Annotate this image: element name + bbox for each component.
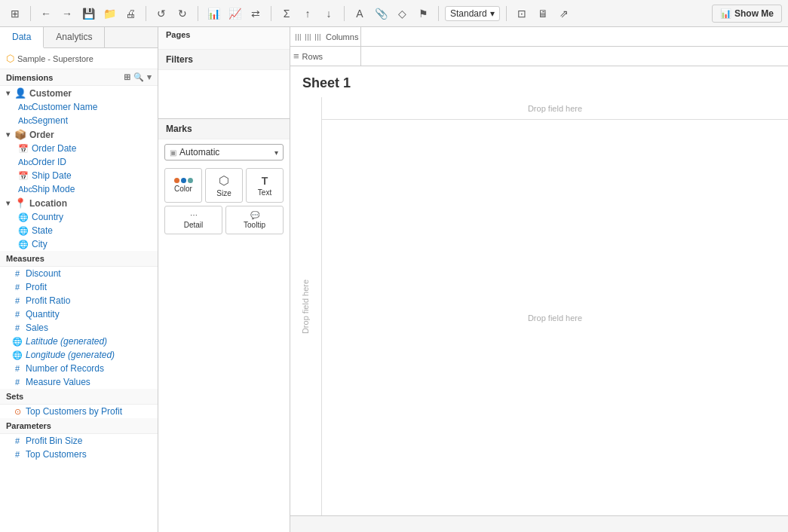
device-icon[interactable]: 🖥 <box>534 5 552 23</box>
undo-icon[interactable]: ↺ <box>152 5 170 23</box>
redo-icon[interactable]: ↻ <box>173 5 192 23</box>
filters-body[interactable] <box>158 70 290 115</box>
hash-icon-records: # <box>12 364 23 373</box>
measure-quantity[interactable]: # Quantity <box>0 307 158 321</box>
hash-icon-measure-values: # <box>12 378 23 387</box>
measure-number-of-records[interactable]: # Number of Records <box>0 362 158 375</box>
ship-mode-label: Ship Mode <box>32 184 75 194</box>
print-icon[interactable]: 🖨 <box>121 5 140 23</box>
dim-ship-mode[interactable]: Abc Ship Mode <box>0 182 158 196</box>
top-customers-param-label: Top Customers <box>26 449 87 460</box>
marks-text-button[interactable]: T Text <box>246 168 284 203</box>
dim-order-date[interactable]: 📅 Order Date <box>0 142 158 155</box>
status-bar <box>290 515 788 532</box>
grid-icon[interactable]: ⊞ <box>124 72 130 82</box>
forward-icon[interactable]: → <box>58 5 76 23</box>
set-top-customers[interactable]: ⊙ Top Customers by Profit <box>0 405 158 418</box>
separator3 <box>198 6 198 21</box>
drop-left-zone[interactable]: Drop field here <box>290 97 322 515</box>
measure-discount[interactable]: # Discount <box>0 267 158 280</box>
columns-icon: ⫼⫼⫼ <box>293 31 323 42</box>
mark-icon[interactable]: ◇ <box>393 5 411 23</box>
marks-grid: Color ⬡ Size T Text <box>158 165 290 206</box>
dim-ship-date[interactable]: 📅 Ship Date <box>0 169 158 182</box>
dim-segment[interactable]: Abc Segment <box>0 114 158 127</box>
globe-icon-lat: 🌐 <box>12 337 23 347</box>
marks-tooltip-button[interactable]: 💬 Tooltip <box>225 206 284 234</box>
dim-order-id[interactable]: Abc Order ID <box>0 155 158 169</box>
sum-icon[interactable]: Σ <box>277 5 296 23</box>
location-group[interactable]: ▾ 📍 Location <box>0 196 158 210</box>
tab-analytics[interactable]: Analytics <box>44 27 105 47</box>
order-group-label: Order <box>29 130 54 140</box>
param-profit-bin-size[interactable]: # Profit Bin Size <box>0 434 158 448</box>
bar-chart-icon[interactable]: 📈 <box>225 5 244 23</box>
show-me-button[interactable]: 📊 Show Me <box>712 5 782 23</box>
measure-measure-values[interactable]: # Measure Values <box>0 375 158 389</box>
date-icon-order: 📅 <box>18 144 29 154</box>
profit-ratio-label: Profit Ratio <box>26 295 70 306</box>
set-icon-top-customers: ⊙ <box>12 407 23 417</box>
annotation-icon[interactable]: 📎 <box>372 5 390 23</box>
customer-group-label: Customer <box>29 88 72 99</box>
abc-icon-customer-name: Abc <box>18 102 29 112</box>
dim-customer-name[interactable]: Abc Customer Name <box>0 100 158 114</box>
parameters-label: Parameters <box>6 421 51 430</box>
left-panel-scroll[interactable]: Dimensions ⊞ 🔍 ▾ ▾ 👤 Customer Abc Custom… <box>0 69 158 532</box>
dim-city[interactable]: 🌐 City <box>0 237 158 251</box>
measure-profit[interactable]: # Profit <box>0 280 158 294</box>
save-icon[interactable]: 💾 <box>79 5 97 23</box>
measure-latitude[interactable]: 🌐 Latitude (generated) <box>0 335 158 348</box>
separator4 <box>271 6 271 21</box>
menu-icon[interactable]: ⊞ <box>6 5 24 23</box>
chart-icon[interactable]: 📊 <box>204 5 222 23</box>
dim-state[interactable]: 🌐 State <box>0 224 158 237</box>
back-icon[interactable]: ← <box>37 5 55 23</box>
columns-label: Columns <box>326 32 358 41</box>
drop-zone-main[interactable]: Drop field here Drop field here Drop fie… <box>290 97 788 515</box>
open-icon[interactable]: 📁 <box>100 5 118 23</box>
ship-date-label: Ship Date <box>32 170 72 181</box>
swap-icon[interactable]: ⇄ <box>247 5 265 23</box>
marks-color-button[interactable]: Color <box>164 168 202 203</box>
measure-longitude[interactable]: 🌐 Longitude (generated) <box>0 348 158 362</box>
customer-folder-icon: 👤 <box>14 87 26 99</box>
data-source[interactable]: ⬡ Sample - Superstore <box>0 48 158 69</box>
show-me-label: Show Me <box>734 8 774 19</box>
detail-icon: ⋯ <box>190 211 198 219</box>
measure-profit-ratio[interactable]: # Profit Ratio <box>0 294 158 307</box>
drop-center-zone[interactable]: Drop field here <box>322 120 788 515</box>
pages-label: Pages <box>166 30 282 39</box>
standard-dropdown[interactable]: Standard ▾ <box>445 6 500 21</box>
filters-section: Filters <box>158 50 290 119</box>
text-label: Text <box>258 188 271 197</box>
marks-header: Marks <box>158 119 290 139</box>
drop-top-zone[interactable]: Drop field here <box>322 97 788 120</box>
middle-panel: Pages Filters Marks ▣ Automatic ▾ <box>158 27 290 532</box>
fit-icon[interactable]: ⊡ <box>513 5 531 23</box>
hash-icon-top-customers-param: # <box>12 450 23 459</box>
date-icon-ship: 📅 <box>18 171 29 181</box>
sets-label: Sets <box>6 392 23 401</box>
dim-country[interactable]: 🌐 Country <box>0 210 158 224</box>
flag-icon[interactable]: ⚑ <box>414 5 432 23</box>
marks-size-button[interactable]: ⬡ Size <box>205 168 243 203</box>
param-top-customers[interactable]: # Top Customers <box>0 448 158 461</box>
order-group[interactable]: ▾ 📦 Order <box>0 127 158 142</box>
sort-asc-icon[interactable]: ↑ <box>299 5 317 23</box>
search-icon[interactable]: 🔍 <box>133 72 144 82</box>
sort-desc-icon[interactable]: ↓ <box>320 5 338 23</box>
share-icon[interactable]: ⇗ <box>555 5 573 23</box>
marks-type-dropdown[interactable]: ▣ Automatic ▾ <box>164 144 284 161</box>
hash-icon-profit-ratio: # <box>12 296 23 305</box>
tab-data[interactable]: Data <box>0 27 44 48</box>
longitude-label: Longitude (generated) <box>26 350 115 360</box>
highlight-icon[interactable]: A <box>351 5 369 23</box>
rows-label: Rows <box>302 52 323 61</box>
customer-group[interactable]: ▾ 👤 Customer <box>0 86 158 100</box>
marks-detail-button[interactable]: ⋯ Detail <box>164 206 222 234</box>
hash-icon-discount: # <box>12 269 23 278</box>
expand-icon[interactable]: ▾ <box>147 72 152 82</box>
measure-sales[interactable]: # Sales <box>0 321 158 335</box>
group-arrow-location: ▾ <box>6 199 10 207</box>
